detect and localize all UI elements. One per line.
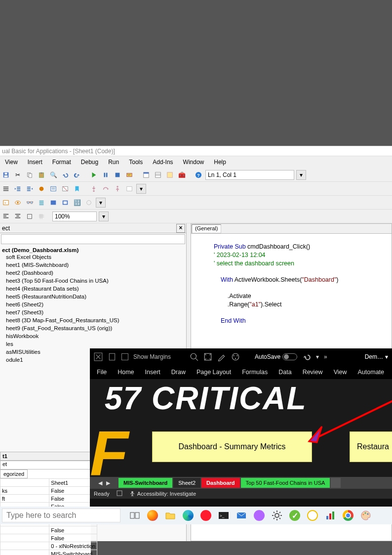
excel-worksheet[interactable]: F 57 CRITICAL Dashboard - Summary Metric… bbox=[90, 379, 392, 477]
menu-view[interactable]: View bbox=[1, 158, 22, 167]
toolbar-overflow-2-icon[interactable]: ▾ bbox=[96, 198, 106, 208]
project-tree[interactable]: ect (Demo_Dashboard.xlsm) soft Excel Obj… bbox=[0, 245, 186, 364]
redo-icon[interactable] bbox=[72, 170, 82, 180]
menu-addins[interactable]: Add-Ins bbox=[149, 158, 177, 167]
outdent-icon[interactable] bbox=[13, 184, 23, 194]
chevron-down-icon[interactable]: ▾ bbox=[385, 353, 388, 360]
draw-icon[interactable] bbox=[231, 352, 240, 361]
paste-icon[interactable] bbox=[37, 170, 46, 180]
mail-icon[interactable] bbox=[235, 509, 248, 522]
align-left-icon[interactable] bbox=[1, 212, 11, 221]
autosave-toggle[interactable]: AutoSave bbox=[255, 353, 297, 360]
step-into-icon[interactable] bbox=[89, 184, 99, 194]
menu-window[interactable]: Window bbox=[179, 158, 208, 167]
menu-tools[interactable]: Tools bbox=[125, 158, 147, 167]
undo-icon[interactable] bbox=[60, 170, 70, 180]
code-editor[interactable]: Private Sub cmdDashboard_Click() ' 2023-… bbox=[191, 234, 392, 328]
project-root[interactable]: ect (Demo_Dashboard.xlsm) bbox=[2, 247, 186, 253]
breakpoint-icon[interactable] bbox=[37, 184, 46, 194]
app-green-check-icon[interactable]: ✓ bbox=[288, 509, 301, 522]
indent-icon[interactable] bbox=[25, 184, 35, 194]
sheet-item[interactable]: heet1 (MIS-Switchboard) bbox=[2, 261, 186, 269]
task-view-icon[interactable] bbox=[128, 509, 141, 522]
menu-run[interactable]: Run bbox=[104, 158, 123, 167]
dashboard-button[interactable]: Dashboard - Summary Metrics bbox=[152, 431, 312, 462]
properties-tab-categorized[interactable]: egorized bbox=[0, 470, 28, 478]
run-icon[interactable] bbox=[89, 170, 99, 180]
settings-icon[interactable] bbox=[271, 509, 283, 522]
grid-icon[interactable] bbox=[37, 212, 46, 221]
project-dropdown[interactable] bbox=[1, 234, 185, 244]
ribbon-tab-formulas[interactable]: Formulas bbox=[242, 369, 268, 376]
zoom-dropdown-icon[interactable]: ▾ bbox=[99, 212, 109, 221]
menu-insert[interactable]: Insert bbox=[24, 158, 46, 167]
references-icon[interactable] bbox=[60, 198, 70, 208]
menu-debug[interactable]: Debug bbox=[77, 158, 102, 167]
taskbar-search[interactable]: Type here to search bbox=[2, 509, 120, 522]
copy-icon[interactable] bbox=[25, 170, 35, 180]
menu-help[interactable]: Help bbox=[210, 158, 230, 167]
watch-window-icon[interactable] bbox=[13, 198, 23, 208]
ribbon-tab-automate[interactable]: Automate bbox=[358, 369, 385, 376]
tab-order-icon[interactable]: 🔢 bbox=[72, 198, 82, 208]
terminal-icon[interactable]: >_ bbox=[217, 509, 230, 522]
ribbon-tab-data[interactable]: Data bbox=[278, 369, 291, 376]
misc-tool-icon[interactable] bbox=[84, 198, 94, 208]
undo-excel-icon[interactable] bbox=[302, 352, 311, 361]
sheet-item[interactable]: heet7 (Sheet3) bbox=[2, 308, 186, 316]
page-setup-icon[interactable] bbox=[108, 352, 117, 361]
sheet-item[interactable]: heet8 (3D Map-Fast_Food_Restaurants_US) bbox=[2, 316, 186, 324]
sheet-item[interactable]: heet6 (Sheet2) bbox=[2, 300, 186, 308]
chrome-icon[interactable] bbox=[342, 509, 354, 522]
properties-window-icon[interactable] bbox=[153, 170, 163, 180]
app-yellow-icon[interactable] bbox=[306, 509, 319, 522]
menu-format[interactable]: Format bbox=[48, 158, 75, 167]
find-icon[interactable]: 🔍 bbox=[48, 170, 58, 180]
bookmark-icon[interactable] bbox=[72, 184, 82, 194]
sheet-item[interactable]: heet5 (RestaurantNutritionData) bbox=[2, 293, 186, 300]
object-browser-icon[interactable] bbox=[165, 170, 175, 180]
project-group[interactable]: soft Excel Objects bbox=[2, 253, 186, 261]
call-stack-icon[interactable] bbox=[37, 198, 46, 208]
show-margins-checkbox[interactable] bbox=[121, 353, 128, 360]
sheet-tab-more[interactable] bbox=[331, 478, 341, 488]
list-members-icon[interactable] bbox=[1, 184, 11, 194]
immediate-window-icon[interactable]: > bbox=[1, 198, 11, 208]
reset-icon[interactable] bbox=[113, 170, 122, 180]
ribbon-tab-draw[interactable]: Draw bbox=[171, 369, 186, 376]
pen-icon[interactable] bbox=[217, 352, 226, 361]
firefox-icon[interactable] bbox=[146, 509, 159, 522]
design-mode-icon[interactable] bbox=[124, 170, 134, 180]
tab-nav-next-icon[interactable]: ▶ bbox=[106, 480, 110, 486]
save-icon[interactable] bbox=[1, 170, 11, 180]
position-dropdown-icon[interactable]: ▾ bbox=[296, 170, 306, 180]
ribbon-tab-review[interactable]: Review bbox=[303, 369, 323, 376]
ribbon-tab-file[interactable]: File bbox=[97, 369, 107, 376]
overflow-icon[interactable]: » bbox=[324, 353, 327, 360]
properties-object-dropdown[interactable]: et bbox=[0, 461, 91, 470]
opera-icon[interactable] bbox=[199, 509, 212, 522]
close-preview-icon[interactable] bbox=[94, 352, 103, 361]
help-icon[interactable]: ? bbox=[194, 170, 203, 180]
center-icon[interactable] bbox=[13, 212, 23, 221]
tab-nav-prev-icon[interactable]: ◀ bbox=[98, 480, 102, 486]
sheet-item[interactable]: heet2 (Dashboard) bbox=[2, 269, 186, 277]
modules-group[interactable]: les bbox=[2, 340, 186, 348]
toolbox-icon[interactable]: 🧰 bbox=[177, 170, 187, 180]
sheet-item[interactable]: heet9 (Fast_Food_Restaurants_US (orig)) bbox=[2, 324, 186, 332]
toolbar-overflow-icon[interactable]: ▾ bbox=[136, 184, 146, 194]
size-icon[interactable] bbox=[25, 212, 35, 221]
code-object-dropdown[interactable]: (General) bbox=[192, 224, 221, 233]
ribbon-tab-view[interactable]: View bbox=[334, 369, 347, 376]
ribbon-tab-pagelayout[interactable]: Page Layout bbox=[196, 369, 231, 376]
close-icon[interactable]: × bbox=[176, 224, 185, 233]
edge-icon[interactable] bbox=[182, 509, 195, 522]
cut-icon[interactable]: ✂ bbox=[13, 170, 23, 180]
ribbon-tab-insert[interactable]: Insert bbox=[145, 369, 160, 376]
sheet-tab-top50[interactable]: Top 50 Fast-Food Chains in USA bbox=[241, 478, 330, 488]
compile-icon[interactable] bbox=[48, 198, 58, 208]
sheet-tab-dashboard[interactable]: Dashboard bbox=[201, 478, 239, 488]
break-icon[interactable] bbox=[101, 170, 111, 180]
ribbon-tab-home[interactable]: Home bbox=[118, 369, 134, 376]
sheet-item[interactable]: heet3 (Top 50 Fast-Food Chains in USA) bbox=[2, 277, 186, 285]
